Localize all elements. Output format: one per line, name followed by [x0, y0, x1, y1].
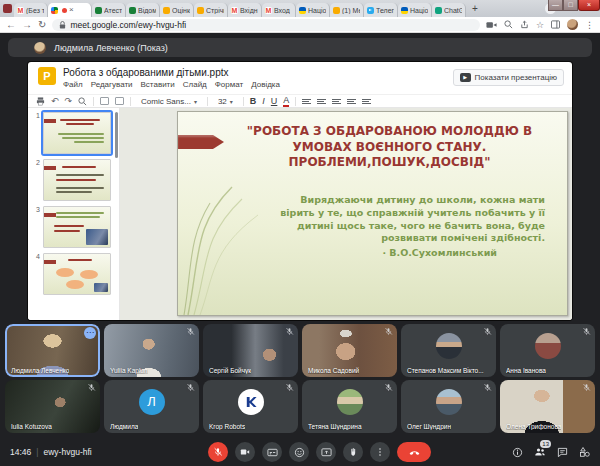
font-family-select[interactable]: Comic Sans... ▾ — [137, 97, 201, 106]
profile-avatar[interactable] — [567, 19, 578, 30]
thumbnail-scrollbar[interactable] — [115, 112, 118, 158]
raise-hand-icon — [348, 447, 358, 457]
menu-help[interactable]: Довідка — [251, 80, 280, 89]
menu-edit[interactable]: Редагувати — [91, 80, 133, 89]
browser-tab-national-2[interactable]: Націо — [398, 3, 432, 17]
text-box-icon[interactable] — [100, 97, 109, 105]
slide-thumbnail-3[interactable] — [43, 206, 111, 248]
classroom-assignment-icon — [197, 7, 204, 14]
slide-thumbnail-1[interactable] — [43, 112, 111, 154]
slide-number: 1 — [32, 112, 40, 154]
tile-iulia-kotuzova[interactable]: Iulia Kotuzova — [5, 380, 100, 433]
window-close-button[interactable]: × — [578, 0, 600, 11]
browser-tab-messenger[interactable]: (1) Ме — [330, 3, 364, 17]
chevron-down-icon: ▾ — [194, 98, 197, 105]
menu-file[interactable]: Файл — [63, 80, 83, 89]
browser-tab-inbox-1[interactable]: M Вхідн — [228, 3, 262, 17]
align-right-button[interactable] — [332, 99, 341, 104]
present-button[interactable]: ▶ Показати презентацію — [453, 69, 564, 86]
align-center-button[interactable] — [317, 99, 326, 104]
bulleted-list-button[interactable] — [362, 99, 371, 104]
print-icon[interactable] — [36, 97, 45, 106]
font-size-select[interactable]: 32 ▾ — [214, 97, 237, 106]
menu-format[interactable]: Формат — [215, 80, 243, 89]
browser-tab-classroom-1[interactable]: Атест — [92, 3, 126, 17]
menu-insert[interactable]: Вставити — [141, 80, 175, 89]
more-options-button[interactable] — [370, 442, 390, 462]
browser-tab-grades[interactable]: Оцінки — [160, 3, 194, 17]
chat-button[interactable] — [557, 447, 568, 458]
activities-button[interactable] — [579, 446, 591, 458]
captions-button[interactable] — [262, 442, 282, 462]
window-maximize-button[interactable]: □ — [563, 0, 578, 11]
tile-tetiana-shundryna[interactable]: Тетяна Шундрина — [302, 380, 397, 433]
window-minimize-button[interactable]: — — [548, 0, 563, 11]
browser-tab-gmail[interactable]: M (Без те — [14, 3, 48, 17]
bold-button[interactable]: B — [250, 96, 257, 106]
new-tab-button[interactable]: + — [469, 3, 481, 15]
redo-icon[interactable]: ↷ — [65, 95, 73, 107]
tile-krop-robots[interactable]: Krop Robots — [203, 380, 298, 433]
browser-tab-inbox-2[interactable]: M Вход — [262, 3, 296, 17]
undo-icon[interactable]: ↶ — [51, 95, 59, 107]
camera-in-use-icon[interactable] — [486, 21, 497, 29]
browser-tab-national-1[interactable]: Націо — [296, 3, 330, 17]
meet-main: Людмила Левченко (Показ) P Робота з обда… — [0, 33, 600, 466]
tile-lyudmila-levchenko[interactable]: ⋯ Людмила Левченко — [5, 324, 100, 377]
insert-image-icon[interactable] — [115, 97, 124, 105]
menu-slide[interactable]: Слайд — [183, 80, 207, 89]
underline-button[interactable]: U — [271, 96, 278, 106]
url-input[interactable]: meet.google.com/ewy-hvgu-hfi — [52, 19, 480, 31]
zoom-tool-icon[interactable] — [78, 97, 87, 106]
tile-olena-tryfonova[interactable]: Олена Трифонова — [500, 380, 595, 433]
reactions-button[interactable] — [289, 442, 309, 462]
forward-button[interactable]: → — [22, 20, 32, 30]
browser-address-bar: ← → ↻ meet.google.com/ewy-hvgu-hfi ☆ ⋮ — [0, 17, 600, 33]
slide-thumbnail-2[interactable] — [43, 159, 111, 201]
zoom-icon[interactable] — [504, 20, 513, 29]
tile-lyudmyla[interactable]: Л Людмила — [104, 380, 199, 433]
reload-button[interactable]: ↻ — [38, 20, 46, 30]
side-panel-icon[interactable] — [551, 20, 560, 29]
tab-close-icon[interactable]: × — [69, 6, 74, 14]
mic-off-icon — [213, 447, 223, 457]
share-icon[interactable] — [520, 20, 529, 29]
tile-oleh-shundryn[interactable]: Олег Шундрин — [401, 380, 496, 433]
back-button[interactable]: ← — [6, 20, 16, 30]
camera-icon — [240, 447, 250, 457]
tile-serhii-boichuk[interactable]: Сергій Бойчук — [203, 324, 298, 377]
slide-thumbnail-4[interactable] — [43, 253, 111, 295]
meeting-details-button[interactable] — [512, 447, 523, 458]
browser-tab-classroom-2[interactable]: Відом — [126, 3, 160, 17]
messenger-icon — [333, 7, 340, 14]
align-left-button[interactable] — [302, 99, 311, 104]
raise-hand-button[interactable] — [343, 442, 363, 462]
italic-button[interactable]: I — [262, 96, 265, 106]
camera-button[interactable] — [235, 442, 255, 462]
browser-tab-chatgpt[interactable]: ChatG — [432, 3, 466, 17]
text-color-button[interactable]: A — [283, 96, 289, 107]
browser-tab-telegram[interactable]: Телегр — [364, 3, 398, 17]
participant-row-2: Iulia Kotuzova Л Людмила — [5, 380, 595, 433]
tile-yuliia-kaplun[interactable]: Yuliia Kaplun — [104, 324, 199, 377]
end-call-button[interactable] — [397, 442, 431, 462]
tile-stepanov-maksym[interactable]: Степанов Максим Вікто... — [401, 324, 496, 377]
browser-tab-stream[interactable]: Стрічка — [194, 3, 228, 17]
current-slide[interactable]: "РОБОТА З ОБДАРОВАНОЮ МОЛОДДЮ В УМОВАХ В… — [177, 111, 568, 316]
tab-label: Телегр — [376, 7, 394, 14]
participants-button[interactable]: 13 — [534, 446, 546, 458]
mic-mute-button[interactable] — [208, 442, 228, 462]
browser-tab-meet-active[interactable]: × — [48, 3, 92, 17]
mic-off-icon — [186, 383, 195, 392]
mic-off-icon — [582, 383, 591, 392]
bookmark-star-icon[interactable]: ☆ — [536, 20, 544, 30]
present-screen-button[interactable] — [316, 442, 336, 462]
more-options-badge-icon[interactable]: ⋯ — [84, 327, 96, 339]
slides-app-icon: P — [38, 67, 56, 85]
tile-anna-ivanova[interactable]: Анна Іванова — [500, 324, 595, 377]
presenter-bar[interactable]: Людмила Левченко (Показ) — [8, 38, 592, 57]
numbered-list-button[interactable] — [347, 99, 356, 104]
browser-menu-icon[interactable]: ⋮ — [585, 20, 594, 30]
document-title[interactable]: Робота з обдарованими дітьми.pptx — [63, 67, 446, 78]
tile-mykola-sadovyi[interactable]: Микола Садовий — [302, 324, 397, 377]
